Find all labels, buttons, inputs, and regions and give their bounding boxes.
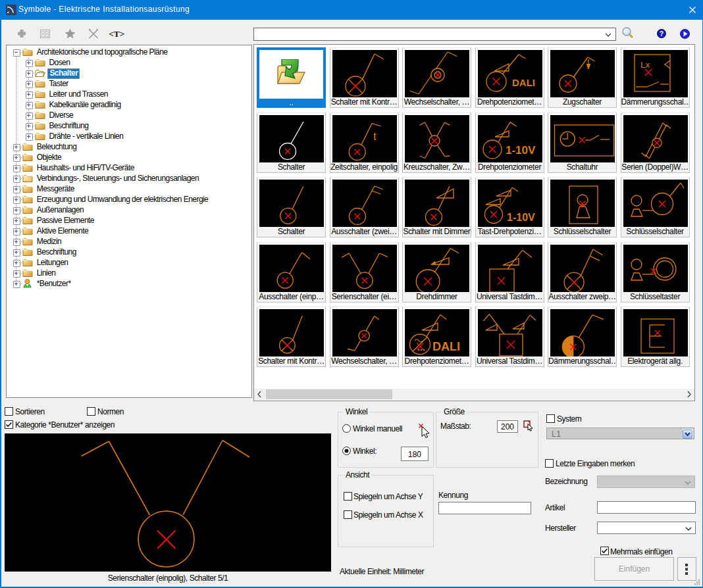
svg-text:t: t <box>373 130 377 143</box>
svg-text:1-10V: 1-10V <box>506 144 536 157</box>
svg-text:1-10V: 1-10V <box>507 212 535 223</box>
svg-text:DALI: DALI <box>432 340 460 353</box>
svg-text:?: ? <box>660 30 664 37</box>
svg-text:DALI: DALI <box>512 77 535 88</box>
svg-text:Lx: Lx <box>640 60 650 70</box>
